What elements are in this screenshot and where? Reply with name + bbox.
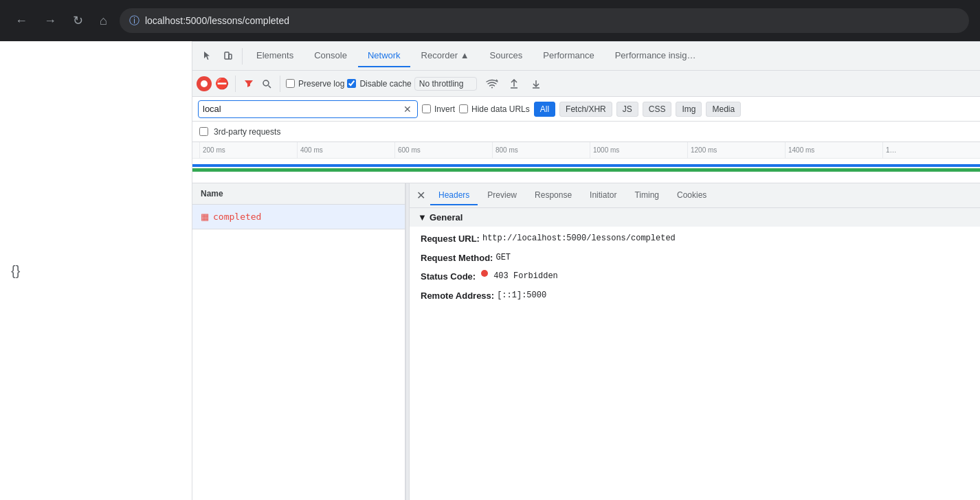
wifi-icon[interactable]	[482, 74, 502, 93]
general-section: ▼ General Request URL: http://localhost:…	[410, 208, 980, 308]
timeline-green-bar	[192, 168, 980, 172]
ruler-mark-200: 200 ms	[199, 142, 297, 158]
main-content: Name ▦ completed ✕ Headers Preview Respo…	[192, 183, 980, 500]
status-code-row: Status Code: 403 Forbidden	[421, 270, 969, 284]
timeline-area: 200 ms 400 ms 600 ms 800 ms 1000 ms 1200…	[192, 142, 980, 183]
tab-network[interactable]: Network	[358, 45, 410, 67]
tab-performance-insights[interactable]: Performance insig…	[605, 45, 706, 67]
url-text: localhost:5000/lessons/completed	[145, 15, 289, 26]
filter-fetch-xhr-button[interactable]: Fetch/XHR	[559, 102, 612, 117]
third-party-row: 3rd-party requests	[192, 122, 980, 142]
disable-cache-checkbox[interactable]	[347, 79, 356, 88]
home-button[interactable]: ⌂	[96, 11, 111, 31]
clear-filter-button[interactable]: ✕	[402, 104, 413, 115]
json-icon: {}	[5, 258, 25, 284]
details-tab-response[interactable]: Response	[526, 186, 580, 205]
toolbar-sep1	[235, 76, 236, 92]
ruler-mark-1000: 1000 ms	[590, 142, 687, 158]
tab-console[interactable]: Console	[304, 45, 357, 67]
ruler-mark-1200: 1200 ms	[687, 142, 785, 158]
invert-checkbox[interactable]	[422, 104, 431, 113]
separator	[242, 48, 243, 65]
timeline-blue-bar	[192, 164, 980, 167]
remote-address-row: Remote Address: [::1]:5000	[421, 289, 969, 303]
inspect-icon[interactable]	[198, 47, 217, 66]
request-method-label: Request Method:	[421, 251, 493, 265]
svg-point-4	[491, 87, 493, 88]
filter-css-button[interactable]: CSS	[643, 102, 672, 117]
filter-input-wrap: ✕	[198, 100, 418, 118]
record-button[interactable]	[197, 76, 212, 91]
document-icon: ▦	[201, 212, 209, 222]
request-url-label: Request URL:	[421, 232, 480, 246]
request-url-value: http://localhost:5000/lessons/completed	[482, 232, 676, 246]
tab-sources[interactable]: Sources	[480, 45, 533, 67]
preserve-log-checkbox[interactable]	[286, 79, 295, 88]
hide-data-urls-checkbox[interactable]	[459, 104, 468, 113]
tab-performance[interactable]: Performance	[533, 45, 603, 67]
remote-address-label: Remote Address:	[421, 289, 494, 303]
request-url-row: Request URL: http://localhost:5000/lesso…	[421, 232, 969, 246]
name-item-text: completed	[213, 212, 261, 222]
svg-point-2	[263, 80, 269, 86]
hide-data-urls-label[interactable]: Hide data URLs	[459, 104, 530, 114]
ruler-mark-1400: 1400 ms	[785, 142, 882, 158]
svg-rect-0	[225, 52, 229, 59]
search-button[interactable]	[259, 76, 274, 91]
filter-img-button[interactable]: Img	[676, 102, 702, 117]
details-tab-preview[interactable]: Preview	[479, 186, 525, 205]
name-panel-header: Name	[192, 183, 405, 205]
details-tab-headers[interactable]: Headers	[430, 186, 478, 205]
tab-recorder[interactable]: Recorder ▲	[412, 45, 479, 67]
toolbar-sep2	[280, 76, 280, 92]
general-section-header[interactable]: ▼ General	[410, 208, 980, 227]
status-code-label: Status Code:	[421, 270, 476, 284]
filter-all-button[interactable]: All	[534, 102, 555, 117]
timeline-ruler: 200 ms 400 ms 600 ms 800 ms 1000 ms 1200…	[192, 142, 980, 159]
filter-input[interactable]	[203, 104, 402, 114]
download-icon[interactable]	[526, 74, 546, 93]
details-tabs: ✕ Headers Preview Response Initiator Tim…	[410, 183, 980, 208]
name-item-completed[interactable]: ▦ completed	[192, 205, 405, 229]
details-tab-initiator[interactable]: Initiator	[581, 186, 625, 205]
network-toolbar: ⛔ Preserve log Disable cache No throttli…	[192, 71, 980, 97]
forward-button[interactable]: →	[40, 11, 60, 31]
devtools-panel: Elements Console Network Recorder ▲ Sour…	[192, 41, 980, 500]
svg-rect-1	[229, 54, 232, 59]
details-tab-timing[interactable]: Timing	[626, 186, 667, 205]
remote-address-value: [::1]:5000	[497, 289, 546, 303]
svg-line-3	[269, 85, 271, 88]
throttle-select[interactable]: No throttling	[414, 77, 477, 91]
name-panel: Name ▦ completed	[192, 183, 405, 500]
third-party-label: 3rd-party requests	[214, 127, 280, 137]
tab-elements[interactable]: Elements	[247, 45, 303, 67]
address-bar[interactable]: ⓘ localhost:5000/lessons/completed	[120, 8, 969, 33]
section-content: Request URL: http://localhost:5000/lesso…	[410, 227, 980, 308]
browser-chrome: ← → ↻ ⌂ ⓘ localhost:5000/lessons/complet…	[0, 0, 980, 41]
ruler-mark-400: 400 ms	[297, 142, 394, 158]
details-tab-cookies[interactable]: Cookies	[669, 186, 715, 205]
ruler-mark-800: 800 ms	[492, 142, 590, 158]
status-dot	[481, 270, 488, 277]
filter-button[interactable]	[241, 76, 256, 91]
filter-media-button[interactable]: Media	[706, 102, 741, 117]
disable-cache-label[interactable]: Disable cache	[347, 79, 411, 89]
details-close-button[interactable]: ✕	[412, 188, 429, 204]
ruler-mark-600: 600 ms	[394, 142, 492, 158]
reload-button[interactable]: ↻	[69, 10, 87, 31]
upload-icon[interactable]	[504, 74, 524, 93]
status-code-value: 403 Forbidden	[493, 270, 558, 284]
clear-button[interactable]: ⛔	[214, 76, 230, 91]
filter-js-button[interactable]: JS	[616, 102, 638, 117]
preserve-log-label[interactable]: Preserve log	[286, 79, 344, 89]
invert-label[interactable]: Invert	[422, 104, 455, 114]
filter-bar: ✕ Invert Hide data URLs All Fetch/XHR JS…	[192, 97, 980, 122]
ruler-mark-end: 1…	[882, 142, 980, 158]
collapse-icon: ▼	[418, 212, 427, 223]
back-button[interactable]: ←	[11, 11, 32, 31]
request-method-row: Request Method: GET	[421, 251, 969, 265]
third-party-checkbox[interactable]	[199, 127, 208, 136]
devtools-tab-bar: Elements Console Network Recorder ▲ Sour…	[192, 42, 980, 71]
timeline-bar-area	[192, 159, 980, 183]
device-icon[interactable]	[219, 47, 238, 66]
